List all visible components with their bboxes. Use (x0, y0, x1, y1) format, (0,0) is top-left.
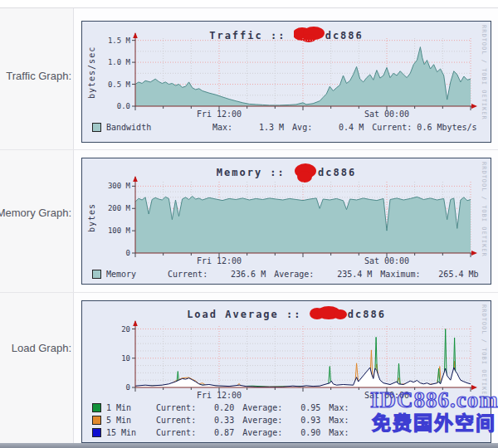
legend-swatch (92, 403, 101, 412)
legend-stat-value: 0.4 M (317, 123, 364, 132)
row-divider (0, 292, 498, 293)
y-tick-label: 10 (94, 354, 130, 363)
x-tick-label: Fri 12:00 (182, 391, 256, 400)
legend-stat-key: Current: (372, 123, 412, 132)
legend-stat-value: 236.6 M (212, 270, 266, 279)
y-tick-label: 300 M (94, 182, 130, 190)
plot-area (132, 319, 478, 392)
rrdtool-watermark: RRDTOOL / TOBI OETIKER (481, 25, 487, 120)
top-edge-strip (0, 0, 498, 8)
legend-series-label: Bandwidth (106, 123, 204, 132)
legend-series-label: 15 Min (106, 428, 148, 437)
legend-row: MemoryCurrent:236.6 MAverage:235.4 MMaxi… (92, 270, 479, 279)
legend-stat-value: 0.90 (287, 428, 320, 437)
legend-stat-key: Average: (242, 416, 282, 425)
rrdtool-watermark: RRDTOOL / TOBI OETIKER (481, 304, 487, 400)
y-tick-label: 1.5 M (94, 37, 130, 45)
legend-swatch (92, 123, 101, 132)
legend-stat-key: Avg: (292, 123, 312, 132)
row-divider (0, 149, 498, 150)
legend-series-label: 5 Min (106, 416, 148, 425)
legend-series-label: Memory (106, 270, 159, 279)
legend-stat-key: Maximum: (380, 270, 420, 279)
legend-swatch (92, 416, 101, 425)
load-graph-panel[interactable]: Load Average :: dc88601020Fri 12:00Sat 0… (81, 300, 491, 443)
legend-stat-key: Current: (156, 403, 196, 412)
legend-row: 5 MinCurrent:0.33Average:0.93Max: (92, 416, 387, 425)
legend-stat-key: Max: (212, 123, 232, 132)
y-axis-label: bytes/sec (85, 38, 97, 106)
traffic-graph-panel[interactable]: Traffic :: dc886bytes/sec0.00.5 M1.0 M1.… (81, 21, 491, 143)
y-tick-label: 1.0 M (94, 58, 130, 66)
legend-swatch (92, 428, 101, 437)
x-tick-label: Fri 12:00 (182, 110, 256, 119)
legend-stat-key: Average: (242, 403, 282, 412)
plot-area (132, 175, 478, 258)
plot-area (132, 32, 478, 111)
y-tick-label: 20 (94, 325, 130, 334)
graph-title-host: dc886 (348, 309, 386, 320)
x-tick-label: Sat 00:00 (349, 391, 424, 400)
memory-graph-panel[interactable]: Memory :: dc886bytes0100 M200 M300 MFri … (81, 158, 491, 285)
y-tick-label: 0 (94, 383, 130, 392)
legend-stat-key: Max: (329, 403, 349, 412)
y-tick-label: 100 M (94, 226, 130, 235)
x-tick-label: Sat 00:00 (349, 256, 424, 265)
rrdtool-watermark: RRDTOOL / TOBI OETIKER (481, 162, 487, 257)
legend-stat-value: 0.6 Mbytes/s (417, 123, 463, 132)
legend-stat-value: 1.3 M (237, 123, 284, 132)
legend-stat-value: 0.93 (287, 416, 320, 425)
legend-stat-value: 0.95 (287, 403, 320, 412)
legend-stat-key: Average: (242, 428, 282, 437)
y-axis-label: bytes (85, 182, 97, 253)
legend-row: 15 MinCurrent:0.87Average:0.90Max: (92, 428, 387, 437)
y-tick-label: 0.5 M (94, 80, 130, 89)
legend-stat-key: Average: (274, 270, 314, 279)
legend-stat-value: 0.33 (201, 416, 234, 425)
legend-stat-key: Current: (168, 270, 208, 279)
legend-row: 1 MinCurrent:0.20Average:0.95Max: (92, 403, 387, 412)
legend-stat-key: Max: (329, 428, 349, 437)
legend-stat-value: 0.87 (201, 428, 234, 437)
sidebar-label-load-graph: Load Graph: (0, 342, 71, 355)
legend-stat-key: Current: (156, 416, 196, 425)
legend-stat-value: 0.20 (201, 403, 234, 412)
legend-row: BandwidthMax:1.3 MAvg:0.4 MCurrent:0.6 M… (92, 123, 463, 132)
x-tick-label: Fri 12:00 (182, 256, 256, 265)
legend-series-label: 1 Min (106, 403, 148, 412)
legend-swatch (92, 270, 101, 279)
monitoring-page: Traffic Graph: Memory Graph: Load Graph:… (0, 0, 498, 448)
legend-stat-value: 265.4 Mb (426, 270, 479, 279)
bottom-edge-band (0, 443, 498, 448)
x-tick-label: Sat 00:00 (349, 110, 424, 119)
legend-stat-key: Max: (329, 416, 349, 425)
graph-title-prefix: Load Average :: (187, 309, 301, 320)
y-tick-label: 0.0 (94, 102, 130, 110)
sidebar-label-memory-graph: Memory Graph: (0, 207, 71, 220)
legend-stat-key: Current: (156, 428, 196, 437)
legend-stat-value: 235.4 M (319, 270, 372, 279)
sidebar-label-traffic-graph: Traffic Graph: (0, 70, 71, 83)
y-tick-label: 200 M (94, 204, 130, 212)
y-tick-label: 0 (94, 249, 130, 257)
